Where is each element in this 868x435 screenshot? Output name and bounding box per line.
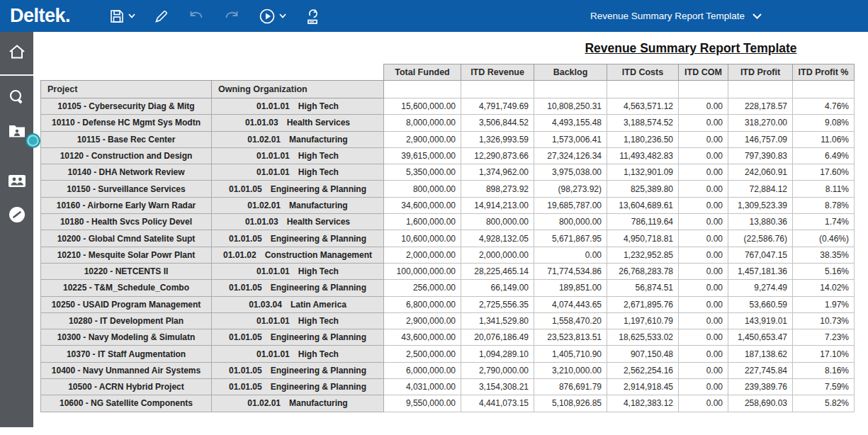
toolbar — [100, 4, 329, 29]
project-cell: 10370 - IT Staff Augmentation — [41, 346, 212, 362]
template-selector-label: Revenue Summary Report Template — [590, 11, 745, 21]
table-row[interactable]: 10115 - Base Rec Center 01.02.01Manufact… — [41, 131, 855, 147]
table-row[interactable]: 10500 - ACRN Hybrid Project 01.01.05Engi… — [41, 379, 855, 395]
itd-profit-pct-cell: 7.59% — [793, 379, 855, 395]
chevron-down-icon — [753, 11, 762, 21]
save-button[interactable] — [102, 4, 142, 29]
empty-cell — [679, 81, 728, 98]
itd-profit-pct-cell: 17.10% — [793, 346, 855, 362]
itd-com-cell: 0.00 — [679, 131, 728, 147]
project-cell: 10115 - Base Rec Center — [41, 131, 212, 147]
itd-profit-cell: 1,309,523.39 — [728, 197, 793, 213]
total-funded-cell: 1,600,000.00 — [384, 214, 461, 230]
edit-button[interactable] — [147, 4, 176, 29]
backlog-cell: 10,808,250.31 — [534, 98, 607, 115]
table-row[interactable]: 10200 - Global Cmnd Satelite Supt 01.01.… — [41, 230, 855, 247]
sidebar-item-history[interactable] — [0, 199, 33, 233]
col-header-itd-profit: ITD Profit — [728, 64, 793, 81]
sidebar-item-home[interactable] — [0, 32, 33, 76]
total-funded-cell: 6,000,000.00 — [384, 362, 461, 378]
project-cell: 10105 - Cybersecurity Diag & Mitg — [41, 98, 212, 115]
undo-icon — [188, 9, 205, 24]
total-funded-cell: 2,000,000.00 — [384, 247, 461, 263]
total-funded-cell: 9,550,000.00 — [384, 395, 461, 412]
chevron-down-icon — [128, 13, 135, 18]
itd-com-cell: 0.00 — [679, 115, 728, 131]
run-button[interactable] — [252, 4, 293, 29]
itd-com-cell: 0.00 — [679, 280, 728, 296]
total-funded-cell: 10,600,000.00 — [384, 230, 461, 247]
itd-profit-pct-cell: 5.16% — [793, 263, 855, 279]
itd-costs-cell: 2,562,254.16 — [607, 362, 679, 378]
run-play-icon — [259, 8, 276, 25]
redo-button[interactable] — [216, 4, 247, 29]
itd-revenue-cell: 2,790,000.00 — [461, 362, 534, 378]
table-row[interactable]: 10400 - Navy Unmanned Air Systems 01.01.… — [41, 362, 855, 378]
itd-revenue-cell: 3,506,844.52 — [461, 115, 534, 131]
table-row[interactable]: 10300 - Navy Modeling & Simulatn 01.01.0… — [41, 329, 855, 346]
total-funded-cell: 2,900,000.00 — [384, 131, 461, 147]
empty-cell — [461, 81, 534, 98]
total-funded-cell: 34,600,000.00 — [384, 197, 461, 213]
owning-organization-cell: 01.01.01High Tech — [212, 263, 384, 279]
itd-com-cell: 0.00 — [679, 395, 728, 412]
itd-com-cell: 0.00 — [679, 230, 728, 247]
template-selector[interactable]: Revenue Summary Report Template — [590, 0, 762, 32]
table-row[interactable]: 10225 - T&M_Schedule_Combo 01.01.05Engin… — [41, 280, 855, 296]
project-cell: 10180 - Health Svcs Policy Devel — [41, 214, 212, 230]
itd-revenue-cell: 66,149.00 — [461, 280, 534, 296]
itd-profit-pct-cell: 8.11% — [793, 181, 855, 197]
itd-com-cell: 0.00 — [679, 362, 728, 378]
project-cell: 10110 - Defense HC Mgmt Sys Modtn — [41, 115, 212, 131]
itd-profit-cell: 258,690.03 — [728, 395, 793, 412]
table-row[interactable]: 10150 - Surveillance Services 01.01.05En… — [41, 181, 855, 197]
sidebar-resize-handle[interactable] — [26, 133, 40, 148]
itd-profit-pct-cell: 11.06% — [793, 131, 855, 147]
owning-organization-cell: 01.02.01Manufacturing — [212, 197, 384, 213]
table-row[interactable]: 10140 - DHA Network Review 01.01.01High … — [41, 164, 855, 181]
employee-folder-icon — [9, 124, 26, 141]
left-nav-sidebar — [0, 32, 33, 427]
itd-costs-cell: 56,874.51 — [607, 280, 679, 296]
itd-com-cell: 0.00 — [679, 247, 728, 263]
itd-profit-cell: 797,390.83 — [728, 147, 793, 164]
project-cell: 10280 - IT Development Plan — [41, 312, 212, 329]
itd-profit-cell: 239,389.76 — [728, 379, 793, 395]
sidebar-item-search[interactable] — [0, 81, 33, 115]
itd-profit-cell: 146,757.09 — [728, 131, 793, 147]
sidebar-item-people[interactable] — [0, 165, 33, 199]
dimension-header-row: Project Owning Organization — [41, 81, 855, 98]
owning-organization-cell: 01.01.03Health Services — [212, 214, 384, 230]
table-row[interactable]: 10120 - Construction and Design 01.01.01… — [41, 147, 855, 164]
table-row[interactable]: 10370 - IT Staff Augmentation 01.01.01Hi… — [41, 346, 855, 362]
table-body: 10105 - Cybersecurity Diag & Mitg 01.01.… — [41, 98, 855, 412]
table-row[interactable]: 10160 - Airborne Early Warn Radar 01.02.… — [41, 197, 855, 213]
itd-costs-cell: 2,914,918.45 — [607, 379, 679, 395]
table-row[interactable]: 10220 - NETCENTS II 01.01.01High Tech 10… — [41, 263, 855, 279]
project-cell: 10300 - Navy Modeling & Simulatn — [41, 329, 212, 346]
itd-costs-cell: 907,150.48 — [607, 346, 679, 362]
table-row[interactable]: 10110 - Defense HC Mgmt Sys Modtn 01.01.… — [41, 115, 855, 131]
table-row[interactable]: 10210 - Mesquite Solar Powr Plant 01.01.… — [41, 247, 855, 263]
itd-profit-cell: 1,457,181.36 — [728, 263, 793, 279]
total-funded-cell: 6,800,000.00 — [384, 296, 461, 312]
empty-cell — [384, 81, 461, 98]
itd-costs-cell: 1,132,901.09 — [607, 164, 679, 181]
table-row[interactable]: 10250 - USAID Program Management 01.03.0… — [41, 296, 855, 312]
itd-costs-cell: 18,625,533.02 — [607, 329, 679, 346]
backlog-cell: (98,273.92) — [534, 181, 607, 197]
itd-com-cell: 0.00 — [679, 312, 728, 329]
owning-organization-cell: 01.01.01High Tech — [212, 98, 384, 115]
table-row[interactable]: 10105 - Cybersecurity Diag & Mitg 01.01.… — [41, 98, 855, 115]
refresh-layout-button[interactable] — [298, 4, 327, 29]
table-row[interactable]: 10600 - NG Satellite Components 01.02.01… — [41, 395, 855, 412]
undo-button[interactable] — [181, 4, 212, 29]
itd-profit-cell: 1,450,653.47 — [728, 329, 793, 346]
total-funded-cell: 39,615,000.00 — [384, 147, 461, 164]
table-row[interactable]: 10280 - IT Development Plan 01.01.01High… — [41, 312, 855, 329]
itd-profit-cell: 228,178.57 — [728, 98, 793, 115]
table-row[interactable]: 10180 - Health Svcs Policy Devel 01.01.0… — [41, 214, 855, 230]
itd-costs-cell: 3,188,574.52 — [607, 115, 679, 131]
itd-revenue-cell: 1,341,529.80 — [461, 312, 534, 329]
backlog-cell: 4,493,155.48 — [534, 115, 607, 131]
